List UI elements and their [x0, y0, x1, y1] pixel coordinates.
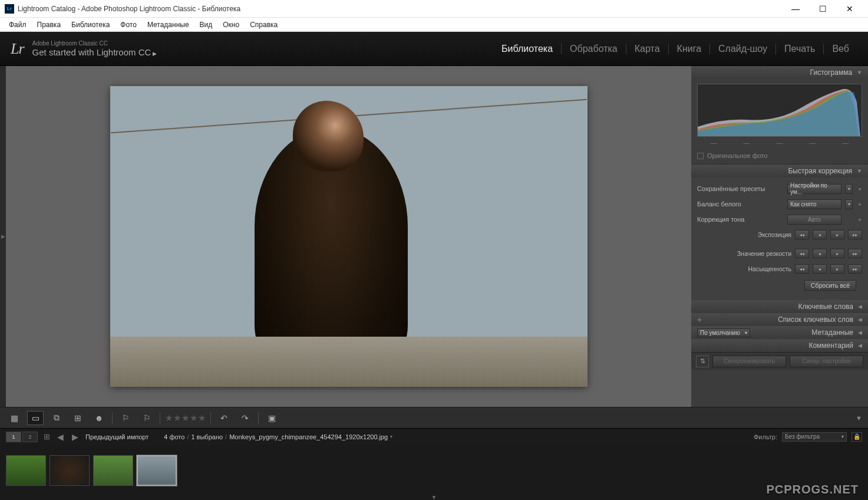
- menu-help[interactable]: Справка: [245, 19, 283, 30]
- loupe-view-icon[interactable]: ▭: [27, 411, 44, 425]
- histogram-graph[interactable]: [697, 84, 862, 137]
- menu-edit[interactable]: Правка: [32, 19, 67, 30]
- rating-stars[interactable]: ★ ★ ★ ★ ★: [165, 413, 206, 423]
- sharpen-up[interactable]: ▸: [830, 249, 844, 258]
- maximize-button[interactable]: ☐: [809, 0, 836, 18]
- menu-metadata[interactable]: Метаданные: [142, 19, 194, 30]
- window-title: Lightroom Catalog - Adobe Photoshop Ligh…: [18, 5, 782, 13]
- original-photo-label: Оригинальное фото: [707, 152, 768, 159]
- exposure-down[interactable]: ◂: [813, 230, 827, 239]
- app-icon: Lr: [5, 4, 14, 14]
- main-window-icon[interactable]: 1: [6, 432, 21, 442]
- filter-label: Фильтр:: [754, 433, 777, 440]
- original-photo-checkbox[interactable]: [697, 153, 704, 159]
- filter-dropdown[interactable]: Без фильтра▾: [782, 432, 847, 442]
- presets-dd-button[interactable]: ▾: [845, 184, 853, 194]
- survey-view-icon[interactable]: ⊞: [70, 411, 86, 425]
- expand-icon[interactable]: ◂: [856, 201, 862, 207]
- sync-button[interactable]: Синхронизировать: [712, 356, 786, 367]
- keyword-list-header[interactable]: + Список ключевых слов ◀: [691, 313, 868, 326]
- left-panel-toggle[interactable]: ▶: [0, 66, 6, 407]
- thumbnail[interactable]: [6, 455, 46, 486]
- histogram-panel: —————: [691, 79, 868, 150]
- tagline-line2: Get started with Lightroom CC: [32, 47, 157, 57]
- wb-dropdown[interactable]: Как снято: [787, 199, 841, 209]
- reset-all-button[interactable]: Сбросить всё: [804, 280, 856, 291]
- histogram-header[interactable]: Гистограмма ▼: [691, 66, 868, 79]
- module-library[interactable]: Библиотека: [493, 44, 562, 54]
- metadata-header[interactable]: По умолчанию▾ Метаданные ◀: [691, 326, 868, 339]
- saturation-up[interactable]: ▸: [830, 264, 844, 274]
- star-icon[interactable]: ★: [181, 413, 189, 423]
- quick-develop-title: Быстрая коррекция: [788, 167, 852, 175]
- comment-header[interactable]: Комментарий ◀: [691, 339, 868, 352]
- sync-settings-button[interactable]: Синхр. настройки: [790, 356, 863, 367]
- minimize-button[interactable]: —: [782, 0, 809, 18]
- grid-icon[interactable]: ⊞: [44, 432, 50, 441]
- separator: [210, 412, 211, 424]
- module-slideshow[interactable]: Слайд-шоу: [710, 44, 776, 54]
- expand-icon[interactable]: ◂: [856, 186, 862, 192]
- star-icon[interactable]: ★: [165, 413, 173, 423]
- auto-tone-button[interactable]: Авто: [787, 215, 841, 225]
- star-icon[interactable]: ★: [198, 413, 206, 423]
- expand-icon[interactable]: ◂: [856, 216, 862, 222]
- nav-fwd-icon[interactable]: ▶: [71, 432, 80, 442]
- sharpen-down[interactable]: ◂: [813, 249, 827, 258]
- thumbnail[interactable]: [93, 455, 133, 486]
- second-window-icon[interactable]: 2: [22, 432, 38, 442]
- people-view-icon[interactable]: ☻: [91, 411, 107, 425]
- sharpen-big-down[interactable]: ◂◂: [795, 249, 809, 258]
- image-viewer[interactable]: [6, 66, 691, 407]
- flag-pick-icon[interactable]: ⚐: [117, 411, 134, 425]
- filter-lock-icon[interactable]: 🔒: [852, 432, 862, 442]
- expand-icon: ◀: [858, 330, 862, 335]
- saturation-big-up[interactable]: ▸▸: [848, 264, 862, 274]
- rotate-cw-icon[interactable]: ↷: [237, 411, 253, 425]
- module-develop[interactable]: Обработка: [562, 44, 626, 54]
- menu-library[interactable]: Библиотека: [66, 19, 115, 30]
- toolbar-menu-icon[interactable]: ▼: [856, 415, 862, 422]
- rotate-ccw-icon[interactable]: ↶: [216, 411, 232, 425]
- grid-view-icon[interactable]: ▦: [6, 411, 22, 425]
- tone-label: Коррекция тона: [697, 216, 784, 223]
- comment-title: Комментарий: [808, 341, 853, 350]
- thumbnail-selected[interactable]: [137, 455, 177, 486]
- breadcrumb[interactable]: Предыдущий импорт 4 фото / 1 выбрано / M…: [85, 433, 392, 440]
- sharpen-big-up[interactable]: ▸▸: [848, 249, 862, 258]
- original-photo-row[interactable]: Оригинальное фото: [691, 150, 868, 164]
- nav-back-icon[interactable]: ◀: [56, 432, 65, 442]
- add-keyword-icon[interactable]: +: [697, 315, 702, 324]
- exposure-big-up[interactable]: ▸▸: [848, 230, 862, 239]
- filmstrip-collapse-icon[interactable]: ▼: [0, 496, 868, 500]
- sync-lock-icon[interactable]: ⇅: [696, 356, 709, 367]
- module-print[interactable]: Печать: [776, 44, 824, 54]
- tagline[interactable]: Adobe Lightroom Classic CC Get started w…: [32, 40, 157, 57]
- saturation-down[interactable]: ◂: [813, 264, 827, 274]
- thumbnail[interactable]: [49, 455, 90, 486]
- menu-view[interactable]: Вид: [194, 19, 218, 30]
- wb-dd-button[interactable]: ▾: [845, 199, 853, 209]
- module-map[interactable]: Карта: [626, 44, 669, 54]
- menu-window[interactable]: Окно: [217, 19, 245, 30]
- exposure-big-down[interactable]: ◂◂: [795, 230, 809, 239]
- metadata-preset-dropdown[interactable]: По умолчанию▾: [697, 328, 750, 337]
- saturation-big-down[interactable]: ◂◂: [795, 264, 809, 274]
- presets-dropdown[interactable]: Настройки по ум...: [787, 184, 841, 194]
- star-icon[interactable]: ★: [173, 413, 181, 423]
- module-book[interactable]: Книга: [669, 44, 710, 54]
- keywords-header[interactable]: Ключевые слова ◀: [691, 300, 868, 313]
- filmstrip[interactable]: [0, 445, 868, 496]
- menu-file[interactable]: Файл: [4, 19, 32, 30]
- exposure-up[interactable]: ▸: [830, 230, 844, 239]
- slideshow-icon[interactable]: ▣: [263, 411, 280, 425]
- module-web[interactable]: Веб: [824, 44, 857, 54]
- flag-reject-icon[interactable]: ⚐: [138, 411, 155, 425]
- close-button[interactable]: ✕: [836, 0, 863, 18]
- compare-view-icon[interactable]: ⧉: [48, 411, 65, 425]
- star-icon[interactable]: ★: [190, 413, 197, 423]
- main-image[interactable]: [110, 86, 588, 387]
- breadcrumb-filename: Monkeys_pygmy_chimpanzee_454294_1920x120…: [229, 433, 388, 440]
- menu-photo[interactable]: Фото: [115, 19, 142, 30]
- quick-develop-header[interactable]: Быстрая коррекция ▼: [691, 165, 868, 177]
